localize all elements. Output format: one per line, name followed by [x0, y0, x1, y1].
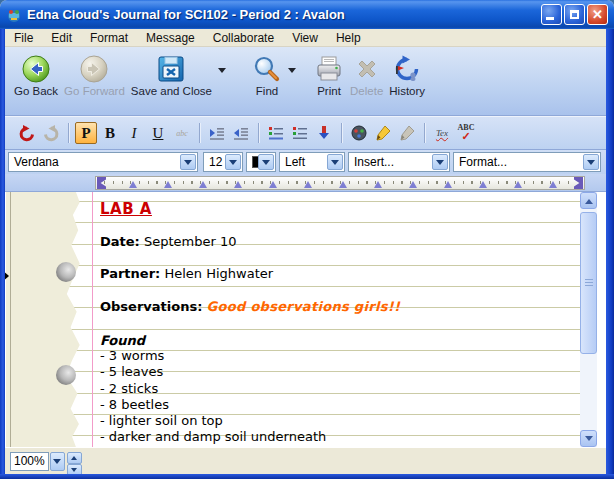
paper-edge-line — [10, 192, 11, 447]
found-item: - 2 sticks — [100, 381, 326, 397]
menu-message[interactable]: Message — [137, 30, 204, 46]
zoom-increase-arrow[interactable] — [67, 452, 82, 464]
zoom-level-value: 100% — [14, 454, 45, 468]
insert-select[interactable]: Insert... — [348, 152, 450, 172]
go-back-button[interactable]: Go Back — [11, 52, 61, 98]
history-label: History — [389, 85, 425, 97]
print-button[interactable]: Print — [311, 52, 347, 98]
print-label: Print — [317, 85, 341, 97]
vertical-scrollbar[interactable] — [580, 192, 597, 447]
partner-value: Helen Highwater — [164, 266, 273, 281]
application-window: Edna Cloud's Journal for SCI102 - Period… — [0, 0, 614, 479]
zoom-level-box[interactable]: 100% — [10, 452, 49, 471]
zoom-spinner[interactable] — [67, 452, 82, 471]
insert-value: Insert... — [354, 155, 394, 169]
underline-button[interactable]: U — [147, 122, 169, 144]
history-button[interactable]: History — [386, 52, 428, 98]
window-border — [0, 474, 614, 479]
ruler-row — [5, 174, 606, 192]
observations-line: Observations: Good observations girls!! — [100, 299, 400, 314]
chevron-down-icon[interactable] — [180, 154, 196, 170]
insert-below-icon[interactable] — [313, 122, 335, 144]
binder-hole — [56, 365, 76, 385]
bullet-list-icon[interactable] — [289, 122, 311, 144]
menu-view[interactable]: View — [283, 30, 327, 46]
italic-button[interactable]: I — [123, 122, 145, 144]
spellcheck-checkmark: ✓ — [461, 132, 470, 141]
close-button[interactable]: ✕ — [587, 4, 608, 25]
find-menu-arrow[interactable] — [288, 68, 296, 77]
numbered-list-icon[interactable] — [265, 122, 287, 144]
paper-margin — [6, 192, 82, 447]
main-toolbar: Go Back Go Forward — [5, 47, 606, 116]
bold-button[interactable]: B — [99, 122, 121, 144]
go-forward-label: Go Forward — [64, 85, 125, 97]
clear-style-icon: abc — [171, 122, 193, 144]
zoom-dropdown-arrow[interactable] — [50, 452, 65, 471]
chevron-down-icon[interactable] — [432, 154, 448, 170]
window-border — [606, 29, 614, 479]
go-forward-button: Go Forward — [61, 52, 128, 98]
autocorrect-icon[interactable]: Tex — [431, 122, 453, 144]
binder-hole — [56, 262, 76, 282]
spellcheck-icon[interactable]: ABC ✓ — [455, 122, 477, 144]
ruler — [95, 176, 585, 190]
chevron-down-icon[interactable] — [327, 154, 343, 170]
redo-icon — [40, 122, 62, 144]
editor-page[interactable]: LAB A Date: September 10 Partner: Helen … — [5, 192, 606, 447]
menu-help[interactable]: Help — [327, 30, 370, 46]
font-family-value: Verdana — [14, 155, 59, 169]
font-size-select[interactable]: 12 — [203, 152, 243, 172]
text-color-select[interactable] — [246, 152, 276, 172]
minimize-button[interactable] — [541, 4, 562, 25]
chevron-down-icon[interactable] — [225, 154, 241, 170]
font-family-select[interactable]: Verdana — [8, 152, 198, 172]
save-and-close-menu-arrow[interactable] — [218, 68, 226, 77]
found-heading: Found — [100, 333, 145, 348]
go-forward-icon — [79, 53, 109, 85]
found-item: - 8 beetles — [100, 397, 326, 413]
alignment-select[interactable]: Left — [279, 152, 345, 172]
date-label: Date: — [100, 234, 140, 249]
save-and-close-button[interactable]: Save and Close — [128, 52, 215, 98]
decrease-indent-icon[interactable] — [230, 122, 252, 144]
scroll-down-button[interactable] — [580, 430, 597, 447]
increase-indent-icon[interactable] — [206, 122, 228, 144]
save-and-close-label: Save and Close — [131, 85, 212, 97]
delete-label: Delete — [350, 85, 383, 97]
title-bar: Edna Cloud's Journal for SCI102 - Period… — [0, 0, 614, 29]
formatting-toolbar: P B I U abc — [5, 116, 606, 150]
undo-icon[interactable] — [16, 122, 38, 144]
menu-collaborate[interactable]: Collaborate — [204, 30, 283, 46]
partner-label: Partner: — [100, 266, 160, 281]
date-line: Date: September 10 — [100, 234, 236, 249]
window-title: Edna Cloud's Journal for SCI102 - Period… — [27, 7, 539, 22]
paragraph-style-button[interactable]: P — [75, 122, 97, 144]
format-select[interactable]: Format... — [453, 152, 601, 172]
find-button[interactable]: Find — [249, 52, 285, 98]
scroll-up-button[interactable] — [580, 192, 597, 209]
menu-file[interactable]: File — [5, 30, 42, 46]
print-icon — [314, 53, 344, 85]
menu-bar: File Edit Format Message Collaborate Vie… — [5, 29, 606, 47]
found-item: - 5 leaves — [100, 364, 326, 380]
find-icon — [252, 53, 282, 85]
font-size-value: 12 — [209, 155, 222, 169]
color-wheel-icon[interactable] — [348, 122, 370, 144]
scrollbar-thumb[interactable] — [580, 212, 597, 354]
partner-line: Partner: Helen Highwater — [100, 266, 273, 281]
format-value: Format... — [459, 155, 507, 169]
chevron-down-icon[interactable] — [258, 154, 274, 170]
go-back-label: Go Back — [14, 85, 58, 97]
highlighter-icon[interactable] — [372, 122, 394, 144]
find-label: Find — [256, 85, 278, 97]
observations-label: Observations: — [100, 299, 202, 314]
margin-line — [92, 192, 93, 447]
menu-edit[interactable]: Edit — [42, 30, 81, 46]
chevron-down-icon[interactable] — [583, 154, 599, 170]
observations-value: Good observations girls!! — [207, 299, 401, 314]
app-icon[interactable] — [6, 7, 22, 23]
maximize-button[interactable] — [564, 4, 585, 25]
delete-icon — [352, 53, 382, 85]
menu-format[interactable]: Format — [81, 30, 137, 46]
